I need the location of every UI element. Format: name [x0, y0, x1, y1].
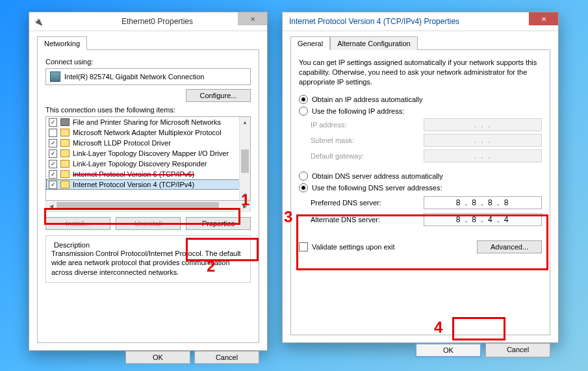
validate-checkbox[interactable]	[299, 242, 308, 251]
properties-button[interactable]: Properties	[186, 217, 251, 230]
configure-button[interactable]: Configure...	[186, 89, 251, 102]
list-item[interactable]: ✓File and Printer Sharing for Microsoft …	[46, 117, 250, 127]
annotation-4: 4	[434, 318, 442, 337]
titlebar-ethernet[interactable]: 🔌 Ethernet0 Properties ✕	[29, 12, 267, 31]
item-checkbox[interactable]: ✓	[49, 160, 57, 168]
alt-dns-label: Alternate DNS server:	[311, 216, 380, 224]
item-label: Internet Protocol Version 4 (TCP/IPv4)	[73, 181, 194, 188]
list-item[interactable]: ✓Link-Layer Topology Discovery Responder	[46, 159, 250, 169]
item-checkbox[interactable]: ✓	[49, 118, 57, 127]
item-label: Link-Layer Topology Discovery Responder	[73, 160, 207, 168]
item-checkbox[interactable]: ✓	[49, 139, 57, 147]
radio-dns-auto-label: Obtain DNS server address automatically	[312, 172, 443, 180]
radio-ip-manual-label: Use the following IP address:	[312, 107, 404, 115]
adapter-field: Intel(R) 82574L Gigabit Network Connecti…	[45, 68, 251, 85]
alt-dns-field[interactable]: 8 . 8 . 4 . 4	[424, 213, 542, 226]
annotation-1: 1	[241, 191, 249, 209]
list-item[interactable]: ✓Microsoft LLDP Protocol Driver	[46, 138, 250, 148]
subnet-label: Subnet mask:	[311, 136, 354, 144]
ethernet-properties-window: 🔌 Ethernet0 Properties ✕ Networking Conn…	[29, 12, 268, 351]
close-button[interactable]: ✕	[238, 12, 267, 25]
cancel-button[interactable]: Cancel	[194, 351, 259, 364]
window-title: Internet Protocol Version 4 (TCP/IPv4) P…	[283, 17, 558, 26]
list-scrollbar[interactable]: ▲ ▼	[239, 117, 250, 200]
protocol-icon	[60, 180, 70, 189]
pref-dns-field[interactable]: 8 . 8 . 8 . 8	[424, 196, 542, 209]
protocol-icon	[60, 170, 70, 179]
items-label: This connection uses the following items…	[45, 106, 251, 114]
item-checkbox[interactable]: ✓	[49, 181, 57, 189]
scroll-left-icon[interactable]: ◀	[46, 203, 57, 209]
ip-address-field: . . .	[424, 118, 542, 131]
radio-ip-auto[interactable]	[299, 95, 308, 104]
list-hscroll[interactable]: ◀ ▶	[45, 201, 251, 212]
ethernet-icon: 🔌	[29, 18, 47, 26]
validate-label: Validate settings upon exit	[312, 243, 395, 251]
list-item[interactable]: ✓Internet Protocol Version 4 (TCP/IPv4)	[46, 179, 250, 190]
install-button[interactable]: Install...	[45, 217, 110, 230]
connect-using-label: Connect using:	[45, 58, 251, 66]
protocol-icon	[60, 149, 70, 158]
advanced-button[interactable]: Advanced...	[477, 240, 542, 253]
protocol-list[interactable]: ✓File and Printer Sharing for Microsoft …	[45, 116, 251, 201]
ip-address-label: IP address:	[311, 121, 346, 129]
radio-ip-auto-label: Obtain an IP address automatically	[312, 96, 422, 103]
close-button[interactable]: ✕	[529, 12, 558, 25]
nic-icon	[50, 71, 60, 82]
protocol-icon	[60, 128, 70, 137]
item-label: File and Printer Sharing for Microsoft N…	[73, 118, 221, 126]
description-label: Description	[51, 241, 92, 249]
cancel-button[interactable]: Cancel	[485, 343, 550, 357]
protocol-icon	[60, 159, 70, 168]
uninstall-button[interactable]: Uninstall	[116, 217, 181, 230]
list-item[interactable]: ✓Link-Layer Topology Discovery Mapper I/…	[46, 148, 250, 159]
scroll-up-icon[interactable]: ▲	[240, 117, 250, 127]
item-checkbox[interactable]	[49, 129, 57, 137]
protocol-icon	[60, 138, 70, 147]
titlebar-ipv4[interactable]: Internet Protocol Version 4 (TCP/IPv4) P…	[283, 12, 558, 31]
list-item[interactable]: Microsoft Network Adapter Multiplexor Pr…	[46, 127, 250, 138]
pref-dns-label: Preferred DNS server:	[311, 199, 381, 207]
ok-button[interactable]: OK	[125, 351, 190, 364]
list-item[interactable]: ✓Internet Protocol Version 6 (TCP/IPv6)	[46, 169, 250, 179]
tab-alt-config[interactable]: Alternate Configuration	[330, 36, 418, 50]
item-checkbox[interactable]: ✓	[49, 149, 57, 158]
annotation-2: 2	[207, 257, 215, 275]
radio-ip-manual[interactable]	[299, 107, 308, 116]
radio-dns-auto[interactable]	[299, 172, 308, 181]
gateway-field: . . .	[424, 149, 542, 162]
item-label: Microsoft LLDP Protocol Driver	[73, 139, 171, 147]
window-title: Ethernet0 Properties	[47, 17, 267, 26]
intro-text: You can get IP settings assigned automat…	[299, 58, 542, 87]
gateway-label: Default gateway:	[311, 152, 364, 160]
item-label: Microsoft Network Adapter Multiplexor Pr…	[73, 129, 222, 136]
item-checkbox[interactable]: ✓	[49, 170, 57, 179]
item-label: Link-Layer Topology Discovery Mapper I/O…	[73, 149, 229, 157]
annotation-3: 3	[284, 208, 292, 226]
radio-dns-manual-label: Use the following DNS server addresses:	[312, 184, 442, 192]
scroll-thumb[interactable]	[241, 149, 249, 173]
ipv4-properties-window: Internet Protocol Version 4 (TCP/IPv4) P…	[282, 12, 559, 343]
hscroll-thumb[interactable]	[57, 202, 219, 210]
tab-general[interactable]: General	[290, 36, 330, 50]
subnet-field: . . .	[424, 134, 542, 147]
tab-networking[interactable]: Networking	[37, 36, 87, 50]
radio-dns-manual[interactable]	[299, 183, 308, 192]
description-text: Transmission Control Protocol/Internet P…	[51, 249, 245, 277]
item-label: Internet Protocol Version 6 (TCP/IPv6)	[73, 170, 194, 178]
adapter-name: Intel(R) 82574L Gigabit Network Connecti…	[64, 73, 204, 81]
protocol-icon	[60, 118, 70, 127]
ok-button[interactable]: OK	[415, 343, 481, 357]
